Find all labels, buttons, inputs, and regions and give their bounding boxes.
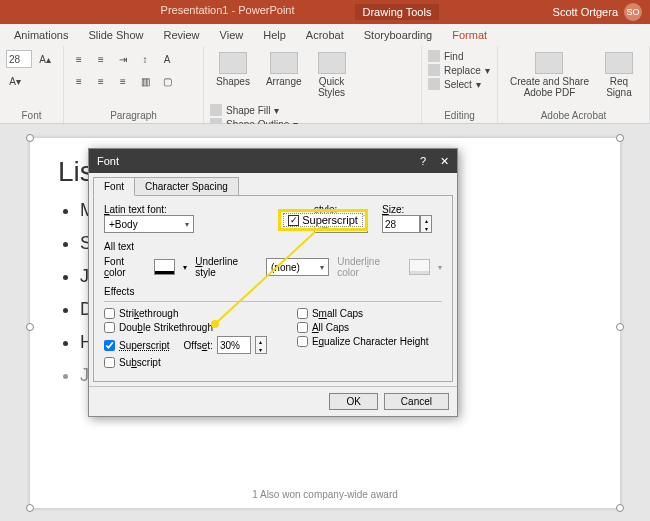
tab-view[interactable]: View [210,25,254,45]
subscript-checkbox[interactable] [104,357,115,368]
quick-styles-icon [318,52,346,74]
dialog-tabs: Font Character Spacing [89,173,457,196]
font-size-input[interactable] [382,215,420,233]
cancel-button[interactable]: Cancel [384,393,449,410]
font-color-picker[interactable] [154,259,175,275]
indent-icon[interactable]: ⇥ [114,50,132,68]
tab-storyboarding[interactable]: Storyboarding [354,25,443,45]
select-button[interactable]: Select▾ [428,78,491,90]
offset-input[interactable] [217,336,251,354]
font-dialog: Font ? ✕ Font Character Spacing LLatin t… [88,148,458,417]
replace-button[interactable]: Replace▾ [428,64,491,76]
slide-footnote: 1 Also won company-wide award [30,489,620,500]
increase-font-icon[interactable]: A▴ [36,50,54,68]
underline-style-label: Underline style [195,256,258,278]
shape-fill-icon [210,104,222,116]
smartart-icon[interactable]: ▢ [158,72,176,90]
underline-color-picker [409,259,430,275]
font-style-combo[interactable]: lar▾ [314,215,368,233]
align-right-icon[interactable]: ≡ [114,72,132,90]
dialog-tab-font[interactable]: Font [93,177,135,196]
app-titlebar: Presentation1 - PowerPoint Drawing Tools… [0,0,650,24]
arrange-icon [270,52,298,74]
selection-handle[interactable] [26,134,34,142]
effects-label: Effects [104,286,442,297]
tab-slide-show[interactable]: Slide Show [78,25,153,45]
contextual-tab-label: Drawing Tools [355,4,440,20]
underline-color-label: Underline color [337,256,401,278]
align-left-icon[interactable]: ≡ [70,72,88,90]
font-size-label: Size: [382,204,442,215]
selection-handle[interactable] [616,504,624,512]
font-group-label: Font [6,110,57,121]
editing-group-label: Editing [428,110,491,121]
dialog-tab-character-spacing[interactable]: Character Spacing [134,177,239,196]
columns-icon[interactable]: ▥ [136,72,154,90]
ribbon: 28 A▴ A▾ Font ≡ ≡ ⇥ ↕ A ≡ ≡ ≡ ▥ ▢ Paragr… [0,46,650,124]
strikethrough-label: Strikethrough [119,308,178,319]
numbering-icon[interactable]: ≡ [92,50,110,68]
subscript-label: Subscript [119,357,161,368]
align-center-icon[interactable]: ≡ [92,72,110,90]
ok-button[interactable]: OK [329,393,377,410]
document-title: Presentation1 - PowerPoint [161,4,295,20]
text-direction-icon[interactable]: A [158,50,176,68]
find-button[interactable]: Find [428,50,491,62]
underline-style-combo[interactable]: (none)▾ [266,258,329,276]
selection-handle[interactable] [616,134,624,142]
dialog-title: Font [97,155,119,167]
user-name: Scott Ortgera [553,6,618,18]
paragraph-group-label: Paragraph [70,110,197,121]
shape-fill-button[interactable]: Shape Fill▾ [210,104,298,116]
arrange-button[interactable]: Arrange [260,50,308,89]
latin-font-label: LLatin text font:atin text font: [104,204,306,215]
shapes-button[interactable]: Shapes [210,50,256,89]
double-strikethrough-label: Double Strikethrough [119,322,213,333]
select-icon [428,78,440,90]
font-color-label: Font color [104,256,146,278]
adobe-group-label: Adobe Acrobat [504,110,643,121]
font-style-label: style: [314,204,374,215]
dialog-titlebar[interactable]: Font ? ✕ [89,149,457,173]
superscript-checkbox[interactable] [104,340,115,351]
offset-spinner[interactable]: ▴▾ [255,336,267,354]
help-icon[interactable]: ? [420,155,426,168]
shapes-icon [219,52,247,74]
pdf-icon [535,52,563,74]
line-spacing-icon[interactable]: ↕ [136,50,154,68]
request-signature-button[interactable]: Req Signa [599,50,639,100]
offset-label: Offset: [184,340,213,351]
small-caps-checkbox[interactable] [297,308,308,319]
ribbon-tabs: Animations Slide Show Review View Help A… [0,24,650,46]
all-caps-label: All Caps [312,322,349,333]
tab-animations[interactable]: Animations [4,25,78,45]
latin-font-combo[interactable]: +Body▾ [104,215,194,233]
strikethrough-checkbox[interactable] [104,308,115,319]
bullets-icon[interactable]: ≡ [70,50,88,68]
find-icon [428,50,440,62]
selection-handle[interactable] [616,323,624,331]
quick-styles-button[interactable]: Quick Styles [312,50,352,100]
create-pdf-button[interactable]: Create and Share Adobe PDF [504,50,595,100]
user-avatar[interactable]: SO [624,3,642,21]
font-size-combo[interactable]: 28 [6,50,32,68]
tab-review[interactable]: Review [153,25,209,45]
small-caps-label: Small Caps [312,308,363,319]
all-caps-checkbox[interactable] [297,322,308,333]
tab-format[interactable]: Format [442,25,497,45]
tab-acrobat[interactable]: Acrobat [296,25,354,45]
signature-icon [605,52,633,74]
equalize-checkbox[interactable] [297,336,308,347]
close-icon[interactable]: ✕ [440,155,449,168]
replace-icon [428,64,440,76]
selection-handle[interactable] [26,504,34,512]
decrease-font-icon[interactable]: A▾ [6,72,24,90]
all-text-label: All text [104,241,442,252]
superscript-label: Superscript [119,340,170,351]
selection-handle[interactable] [26,323,34,331]
size-spinner[interactable]: ▴▾ [420,215,432,233]
double-strikethrough-checkbox[interactable] [104,322,115,333]
equalize-label: Equalize Character Height [312,336,429,347]
tab-help[interactable]: Help [253,25,296,45]
